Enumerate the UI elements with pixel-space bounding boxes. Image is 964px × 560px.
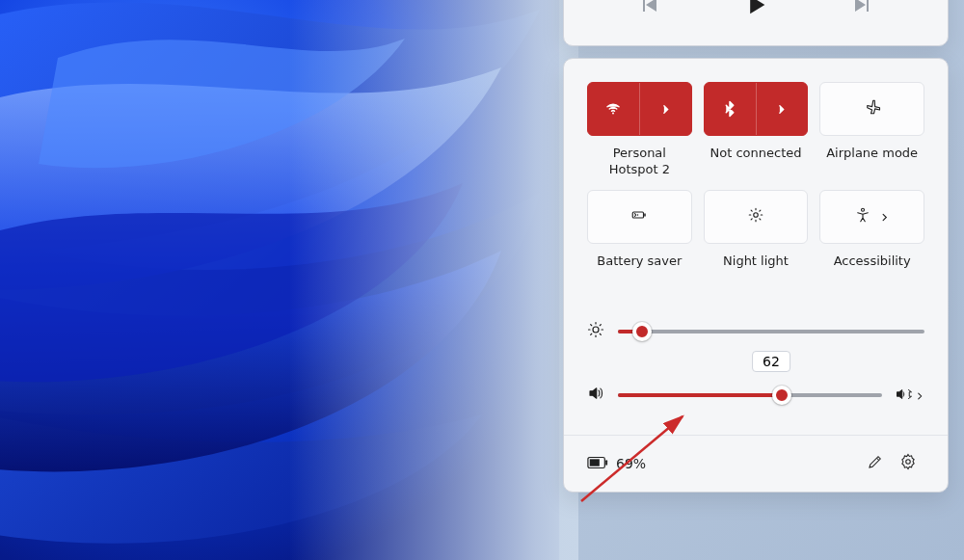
volume-slider-thumb[interactable]	[772, 386, 791, 405]
settings-button[interactable]	[892, 447, 924, 480]
night-light-icon	[747, 206, 764, 227]
svg-point-6	[862, 208, 865, 211]
night-light-label: Night light	[704, 253, 809, 286]
audio-output-icon	[896, 387, 913, 405]
svg-point-11	[906, 460, 911, 465]
svg-point-5	[754, 213, 759, 218]
quick-settings-tiles: Personal Hotspot 2 Not connected	[587, 82, 924, 286]
media-play-icon[interactable]	[742, 0, 769, 22]
battery-saver-label: Battery saver	[587, 253, 692, 286]
accessibility-icon	[854, 206, 871, 227]
bluetooth-tile[interactable]	[704, 82, 809, 136]
sliders-section: 62	[587, 313, 924, 413]
wallpaper-fade	[289, 0, 578, 560]
svg-point-4	[637, 214, 639, 216]
airplane-mode-tile[interactable]	[819, 82, 924, 136]
battery-status[interactable]: 69%	[587, 456, 646, 472]
bluetooth-icon[interactable]	[705, 83, 756, 135]
brightness-icon	[587, 321, 604, 342]
wifi-label: Personal Hotspot 2	[587, 146, 692, 178]
volume-icon	[587, 385, 604, 406]
brightness-value: 62	[752, 351, 790, 372]
volume-slider-row	[587, 377, 924, 413]
bluetooth-expand-icon[interactable]	[757, 83, 808, 135]
airplane-icon	[864, 98, 881, 120]
media-prev-icon[interactable]	[637, 0, 660, 20]
pencil-icon	[867, 453, 884, 474]
gear-icon	[899, 453, 917, 474]
svg-rect-10	[605, 460, 607, 466]
wifi-tile[interactable]	[587, 82, 692, 136]
airplane-mode-label: Airplane mode	[819, 146, 924, 178]
accessibility-tile[interactable]	[819, 190, 924, 244]
battery-percent-text: 69%	[616, 456, 646, 471]
media-controls-panel	[563, 0, 949, 46]
night-light-tile[interactable]	[704, 190, 809, 244]
brightness-slider-thumb[interactable]	[632, 322, 652, 341]
quick-settings-footer: 69%	[564, 435, 948, 492]
svg-point-7	[593, 327, 599, 333]
bluetooth-label: Not connected	[704, 146, 809, 178]
accessibility-label: Accessibility	[819, 253, 924, 286]
svg-rect-3	[645, 214, 647, 217]
svg-point-1	[612, 113, 614, 115]
wifi-icon[interactable]	[588, 83, 639, 135]
chevron-right-icon	[915, 387, 924, 405]
accessibility-expand-icon[interactable]	[879, 208, 890, 227]
edit-button[interactable]	[859, 447, 892, 480]
brightness-slider-row: 62	[587, 313, 924, 350]
brightness-slider[interactable]: 62	[618, 330, 924, 333]
media-next-icon[interactable]	[851, 0, 874, 20]
volume-slider[interactable]	[618, 393, 882, 397]
audio-output-button[interactable]	[896, 387, 924, 405]
quick-settings-panel: Personal Hotspot 2 Not connected	[563, 58, 949, 493]
svg-rect-9	[590, 459, 600, 466]
battery-icon	[587, 456, 608, 472]
wifi-expand-icon[interactable]	[640, 83, 691, 135]
battery-saver-tile[interactable]	[587, 190, 692, 244]
battery-saver-icon	[630, 206, 648, 227]
